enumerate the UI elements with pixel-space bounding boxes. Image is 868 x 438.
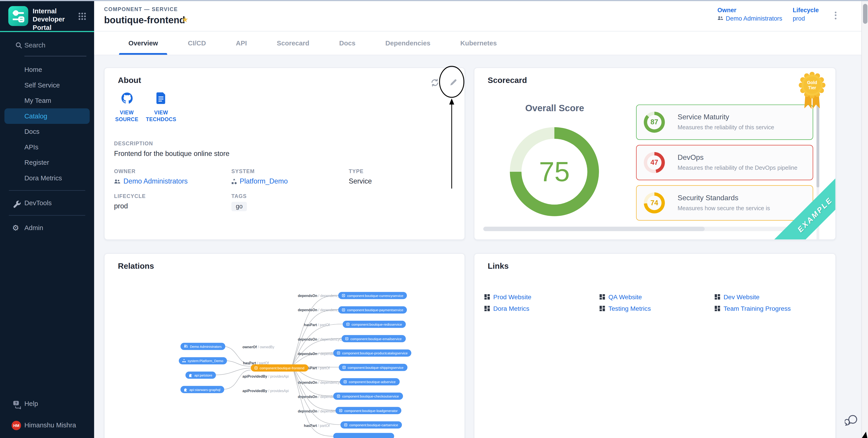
- gear-icon: ⚙: [12, 220, 19, 236]
- svg-text:dependsOn / dependencyOf: dependsOn / dependencyOf: [298, 308, 343, 312]
- field-system: SYSTEM Platform_Demo: [231, 168, 288, 185]
- sidebar-item-dora-metrics[interactable]: Dora Metrics: [0, 170, 94, 186]
- sidebar-nav: HomeSelf ServiceMy TeamCatalogDocsAPIsRe…: [0, 62, 94, 186]
- sidebar: Internal Developer Portal Search: [0, 0, 94, 438]
- sidebar-item-my-team[interactable]: My Team: [0, 93, 94, 108]
- window-top-edge: [0, 0, 868, 1]
- link-prod-website[interactable]: Prod Website: [485, 294, 531, 300]
- breadcrumb: COMPONENT — SERVICE: [104, 6, 178, 12]
- sidebar-item-apis[interactable]: APIs: [0, 139, 94, 155]
- dashboard-icon: [715, 294, 720, 300]
- scorecard-item-security-standards[interactable]: 74Security StandardsMeasures how secure …: [636, 185, 813, 221]
- sidebar-divider: [9, 215, 85, 215]
- sidebar-item-help[interactable]: ? Help: [0, 396, 94, 411]
- search-icon: [15, 41, 23, 51]
- sidebar-item-label: Help: [25, 400, 38, 407]
- sidebar-item-devtools[interactable]: DevTools: [0, 195, 94, 211]
- sidebar-item-register[interactable]: Register: [0, 155, 94, 170]
- about-card: About VIEW SOURCE VIEW: [104, 67, 465, 240]
- sidebar-item-admin[interactable]: ⚙ Admin: [0, 220, 94, 236]
- sidebar-bottom: ? Help HM Himanshu Mishra: [0, 396, 94, 433]
- owner-link[interactable]: Demo Administrators: [717, 15, 782, 22]
- graph-node-component-boutique-emailservice[interactable]: component:boutique-emailservice: [341, 335, 405, 342]
- scorecard-item-service-maturity[interactable]: 87Service MaturityMeasures the reliabili…: [636, 104, 813, 140]
- people-icon: [114, 179, 121, 184]
- score-ring: 74: [644, 192, 665, 213]
- dashboard-icon: [485, 294, 490, 300]
- tab-bar: OverviewCI/CDAPIScorecardDocsDependencie…: [94, 31, 868, 55]
- avatar: HM: [11, 421, 21, 430]
- graph-node-component-boutique-frontend[interactable]: component:boutique-frontend: [251, 364, 308, 371]
- view-techdocs-link[interactable]: VIEW TECHDOCS: [145, 93, 178, 123]
- link-testing-metrics[interactable]: Testing Metrics: [599, 305, 651, 312]
- tab-kubernetes[interactable]: Kubernetes: [445, 31, 512, 55]
- gold-tier-badge: Gold Tier: [798, 71, 826, 113]
- view-source-link[interactable]: VIEW SOURCE: [113, 93, 141, 123]
- links-card: Links Prod WebsiteQA WebsiteDev WebsiteD…: [474, 253, 836, 438]
- graph-node-component-boutique-cartservice[interactable]: component:boutique-cartservice: [341, 421, 402, 428]
- sidebar-item-home[interactable]: Home: [0, 62, 94, 77]
- sidebar-user[interactable]: HM Himanshu Mishra: [0, 417, 94, 433]
- graph-node-api-starwars-graphql[interactable]: api:starwars-graphql: [181, 385, 224, 393]
- graph-node-component-boutique-shippingservice[interactable]: component:boutique-shippingservice: [339, 364, 407, 371]
- search-underline: [25, 56, 87, 56]
- system-entity-link[interactable]: Platform_Demo: [231, 177, 288, 185]
- graph-node-component-boutique-loadgenerator[interactable]: component:boutique-loadgenerator: [336, 407, 402, 414]
- scrollbar-thumb[interactable]: [863, 4, 868, 24]
- field-type: TYPE Service: [349, 168, 372, 185]
- svg-text:dependsOn / dependencyOf: dependsOn / dependencyOf: [298, 337, 343, 341]
- svg-text:dependsOn / dependencyOf: dependsOn / dependencyOf: [298, 380, 343, 384]
- overall-score-value: 75: [510, 127, 599, 216]
- graph-node-component-boutique-checkoutservice[interactable]: component:boutique-checkoutservice: [333, 392, 403, 400]
- chat-bubbles-icon[interactable]: [845, 413, 858, 429]
- about-title: About: [118, 76, 141, 85]
- svg-text:apiProvidedBy / providesApi: apiProvidedBy / providesApi: [243, 389, 289, 393]
- tab-overview[interactable]: Overview: [114, 31, 173, 55]
- graph-node-component-boutique-currencyservice[interactable]: component:boutique-currencyservice: [338, 292, 407, 299]
- graph-node-component-boutique-paymentservice[interactable]: component:boutique-paymentservice: [338, 306, 407, 313]
- brand: Internal Developer Portal: [0, 0, 94, 32]
- owner-entity-link[interactable]: Demo Administrators: [114, 177, 188, 185]
- dashboard-icon: [485, 306, 490, 311]
- scorecard-item-devops[interactable]: 47DevOpsMeasures the reliability of the …: [636, 145, 813, 180]
- graph-node-component-boutique-redisservice[interactable]: component:boutique-redisservice: [343, 321, 406, 328]
- tab-docs[interactable]: Docs: [324, 31, 370, 55]
- link-dora-metrics[interactable]: Dora Metrics: [485, 305, 529, 312]
- favorite-star-icon[interactable]: ★: [182, 15, 188, 24]
- edit-pencil-icon[interactable]: [449, 78, 461, 90]
- tab-dependencies[interactable]: Dependencies: [370, 31, 445, 55]
- svg-text:Tier: Tier: [808, 85, 816, 90]
- sidebar-item-docs[interactable]: Docs: [0, 124, 94, 139]
- graph-node-component-boutique-adservice[interactable]: component:boutique-adservice: [340, 378, 399, 385]
- graph-node-system-platform-demo[interactable]: system:Platform_Demo: [179, 357, 227, 364]
- apps-grid-icon[interactable]: [78, 12, 87, 23]
- graph-node-api-petstore[interactable]: api:petstore: [186, 371, 216, 378]
- link-dev-website[interactable]: Dev Website: [715, 294, 760, 300]
- tab-ci-cd[interactable]: CI/CD: [173, 31, 221, 55]
- refresh-icon[interactable]: [430, 78, 442, 90]
- kebab-menu-icon[interactable]: [832, 10, 839, 21]
- graph-node-demo-administrators[interactable]: Demo Administrators: [181, 343, 226, 350]
- overall-score-donut: 75: [510, 127, 599, 216]
- scorecard-horizontal-scrollbar[interactable]: [483, 227, 815, 231]
- sidebar-item-self-service[interactable]: Self Service: [0, 77, 94, 93]
- docs-icon: [156, 93, 166, 104]
- search-label: Search: [25, 41, 45, 49]
- dashboard-icon: [715, 306, 720, 311]
- link-qa-website[interactable]: QA Website: [599, 294, 642, 300]
- sidebar-search[interactable]: Search: [0, 37, 94, 58]
- relations-card: Relations ownerOf / ownedByhasPart / par…: [104, 253, 465, 438]
- app-logo-icon: [8, 6, 28, 26]
- tab-scorecard[interactable]: Scorecard: [262, 31, 324, 55]
- graph-node-clipped[interactable]: [333, 433, 394, 438]
- page-scrollbar[interactable]: [862, 1, 868, 438]
- link-team-training-progress[interactable]: Team Training Progress: [715, 305, 790, 312]
- tag-chip[interactable]: go: [231, 202, 247, 211]
- wrench-icon: [13, 198, 21, 214]
- graph-node-component-boutique-productcatalogservice[interactable]: component:boutique-productcatalogservice: [333, 349, 412, 357]
- user-name: Himanshu Mishra: [25, 421, 76, 429]
- tab-api[interactable]: API: [221, 31, 262, 55]
- scorecard-items: 87Service MaturityMeasures the reliabili…: [636, 104, 814, 226]
- svg-text:dependsOn / dependencyOf: dependsOn / dependencyOf: [298, 294, 343, 298]
- sidebar-item-catalog[interactable]: Catalog: [4, 108, 90, 124]
